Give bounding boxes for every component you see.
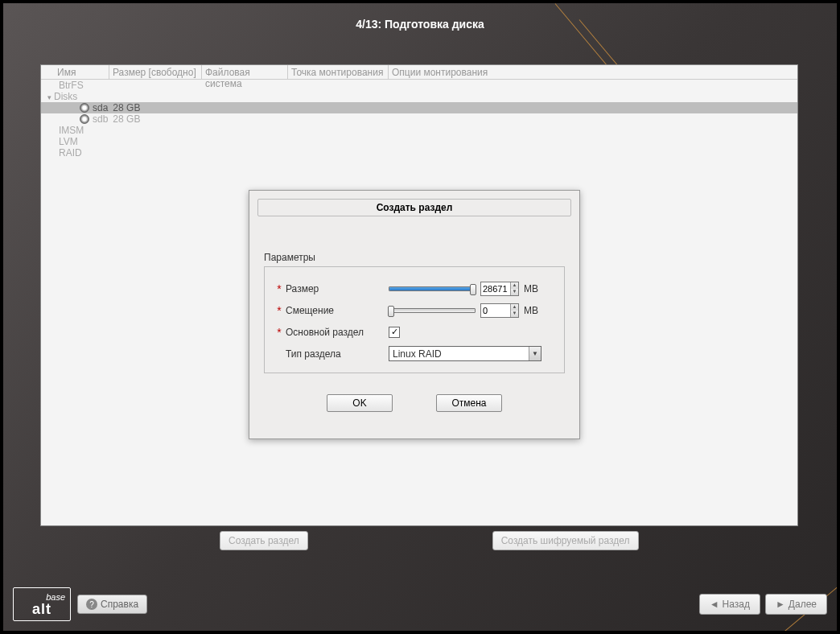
back-button[interactable]: ◄ Назад — [699, 594, 760, 615]
type-label: Тип раздела — [286, 348, 389, 360]
parameters-label: Параметры — [264, 252, 565, 263]
size-label: Размер — [286, 283, 389, 294]
table-header: Имя Размер [свободно] Файловая система Т… — [41, 65, 797, 80]
spin-up-icon[interactable]: ▲ — [511, 282, 518, 289]
required-marker: * — [273, 282, 286, 295]
size-unit: MB — [524, 283, 538, 294]
chevron-right-icon: ► — [776, 599, 785, 610]
slider-thumb[interactable] — [470, 284, 476, 295]
col-opts[interactable]: Опции монтирования — [389, 65, 797, 79]
tree-sdb[interactable]: sdb 28 GB — [41, 113, 797, 125]
tree-disks[interactable]: Disks — [41, 91, 797, 102]
tree-btrfs[interactable]: BtrFS — [41, 80, 797, 91]
offset-label: Смещение — [286, 305, 389, 316]
size-input[interactable] — [481, 282, 510, 295]
offset-unit: MB — [524, 305, 538, 316]
create-encrypted-partition-button[interactable]: Создать шифруемый раздел — [492, 531, 639, 550]
required-marker: * — [273, 326, 286, 339]
spin-down-icon[interactable]: ▼ — [511, 311, 518, 317]
create-partition-button[interactable]: Создать раздел — [220, 531, 308, 550]
help-button[interactable]: ? Справка — [77, 595, 147, 614]
tree-lvm[interactable]: LVM — [41, 136, 797, 147]
offset-slider[interactable] — [389, 308, 476, 313]
required-marker: * — [273, 304, 286, 317]
chevron-down-icon[interactable]: ▼ — [529, 347, 541, 360]
parameters-group: * Размер ▲▼ MB * — [264, 266, 565, 373]
partition-type-select[interactable]: Linux RAID ▼ — [389, 346, 541, 361]
chevron-left-icon: ◄ — [710, 599, 719, 610]
create-partition-dialog: Создать раздел Параметры * Размер ▲▼ — [249, 190, 580, 439]
disk-tree: BtrFS Disks sda 28 GB sdb 28 GB IMSM LVM… — [41, 80, 797, 158]
select-value: Linux RAID — [389, 348, 529, 360]
dialog-title: Создать раздел — [257, 199, 571, 216]
logo: base alt — [13, 587, 71, 621]
col-size[interactable]: Размер [свободно] — [109, 65, 202, 79]
primary-checkbox[interactable]: ✓ — [389, 327, 400, 338]
tree-sda[interactable]: sda 28 GB — [41, 102, 797, 113]
size-spinner[interactable]: ▲▼ — [480, 282, 519, 296]
next-button[interactable]: ► Далее — [765, 594, 827, 615]
size-slider[interactable] — [389, 286, 476, 291]
primary-label: Основной раздел — [286, 327, 389, 338]
tree-raid[interactable]: RAID — [41, 147, 797, 158]
disk-size: 28 GB — [113, 113, 140, 125]
disk-icon — [80, 103, 89, 113]
spin-down-icon[interactable]: ▼ — [511, 289, 518, 295]
ok-button[interactable]: OK — [327, 394, 393, 412]
required-marker: * — [273, 348, 286, 360]
disk-name: sda — [93, 102, 108, 113]
col-fs[interactable]: Файловая система — [202, 65, 288, 79]
spin-up-icon[interactable]: ▲ — [511, 304, 518, 311]
page-title: 4/13: Подготовка диска — [3, 3, 837, 39]
help-icon: ? — [86, 599, 97, 610]
tree-imsm[interactable]: IMSM — [41, 125, 797, 136]
slider-thumb[interactable] — [388, 306, 394, 317]
cancel-button[interactable]: Отмена — [436, 394, 502, 412]
col-mount[interactable]: Точка монтирования — [288, 65, 389, 79]
disk-name: sdb — [93, 113, 108, 125]
col-name[interactable]: Имя — [41, 65, 109, 79]
offset-input[interactable] — [481, 304, 510, 317]
disk-icon — [80, 114, 89, 124]
offset-spinner[interactable]: ▲▼ — [480, 303, 519, 318]
disk-size: 28 GB — [113, 102, 140, 113]
